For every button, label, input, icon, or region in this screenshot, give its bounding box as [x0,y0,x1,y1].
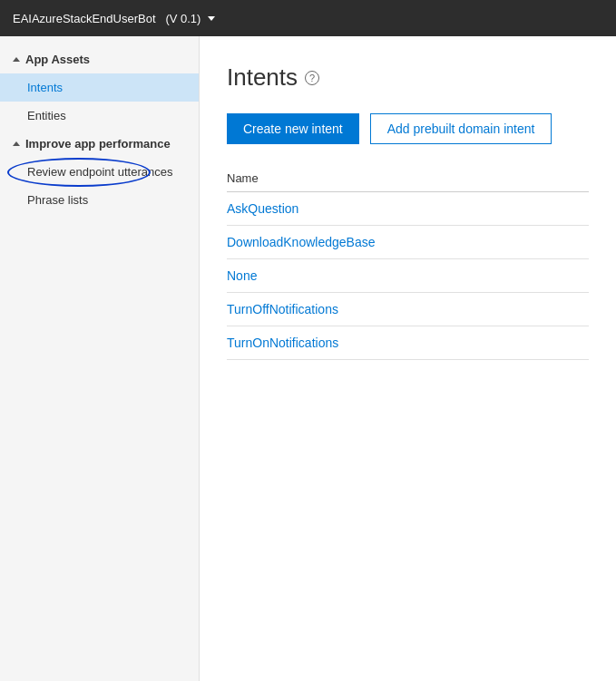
layout: App Assets Intents Entities Improve app … [0,36,616,681]
table-row: AskQuestion [227,192,589,226]
sidebar-section-improve: Improve app performance [0,130,199,158]
intent-link-ask-question[interactable]: AskQuestion [227,201,298,216]
app-title-text: EAIAzureStackEndUserBot [13,12,156,25]
help-icon[interactable]: ? [305,71,319,85]
column-name-header: Name [227,171,259,185]
sidebar-item-entities[interactable]: Entities [0,102,199,130]
page-title: Intents [227,63,298,92]
add-prebuilt-domain-button[interactable]: Add prebuilt domain intent [370,113,552,144]
intent-link-turn-on-notifications[interactable]: TurnOnNotifications [227,336,338,350]
intents-table: Name AskQuestion DownloadKnowledgeBase N… [227,170,589,360]
app-assets-label: App Assets [25,53,90,66]
page-title-row: Intents ? [227,63,589,92]
sidebar-section-app-assets: App Assets [0,45,199,73]
chevron-up-icon [13,57,20,62]
sidebar-item-entities-label: Entities [27,109,66,122]
table-row: None [227,259,589,293]
sidebar-item-intents[interactable]: Intents [0,73,199,102]
sidebar-item-intents-label: Intents [27,81,63,94]
sidebar-item-review-endpoint[interactable]: Review endpoint utterances [0,158,199,186]
app-version: (V 0.1) [165,12,200,25]
chevron-down-icon[interactable] [208,16,215,21]
intent-link-turn-off-notifications[interactable]: TurnOffNotifications [227,302,338,316]
table-row: DownloadKnowledgeBase [227,226,589,259]
app-title: EAIAzureStackEndUserBot (V 0.1) [13,12,200,25]
create-new-intent-button[interactable]: Create new intent [227,113,359,144]
intent-link-download-kb[interactable]: DownloadKnowledgeBase [227,235,375,249]
sidebar-item-phrase-lists-label: Phrase lists [27,193,88,207]
intent-link-none[interactable]: None [227,268,257,283]
chevron-up-icon-improve [13,141,20,146]
sidebar-item-phrase-lists[interactable]: Phrase lists [0,186,199,214]
table-header: Name [227,170,589,192]
top-header: EAIAzureStackEndUserBot (V 0.1) [0,0,616,36]
help-label: ? [309,73,315,83]
improve-section-label: Improve app performance [25,137,171,151]
table-row: TurnOnNotifications [227,326,589,360]
sidebar: App Assets Intents Entities Improve app … [0,36,200,681]
buttons-row: Create new intent Add prebuilt domain in… [227,113,589,144]
main-content: Intents ? Create new intent Add prebuilt… [200,36,616,681]
sidebar-item-review-label: Review endpoint utterances [27,165,172,179]
table-row: TurnOffNotifications [227,293,589,326]
